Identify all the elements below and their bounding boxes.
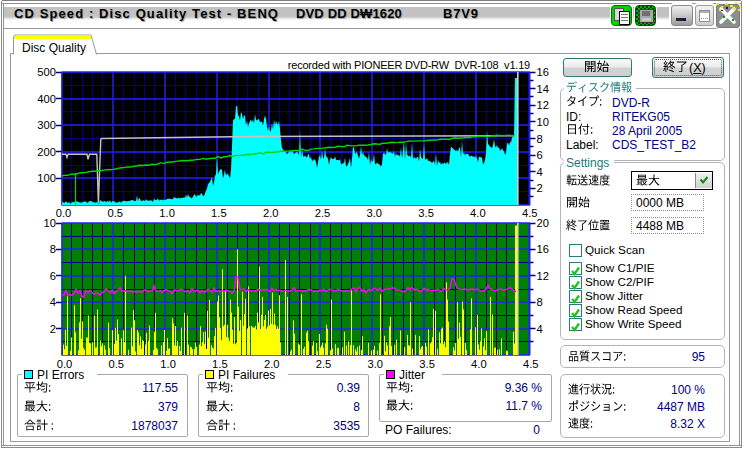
svg-text:4.0: 4.0 bbox=[471, 358, 487, 370]
svg-text:10: 10 bbox=[44, 217, 56, 229]
svg-text:2: 2 bbox=[537, 182, 543, 194]
svg-text:2.0: 2.0 bbox=[263, 207, 279, 219]
svg-text:8: 8 bbox=[537, 133, 543, 145]
svg-text:6: 6 bbox=[50, 270, 56, 282]
svg-text:8: 8 bbox=[537, 296, 543, 308]
svg-text:12: 12 bbox=[537, 99, 549, 111]
svg-text:4.5: 4.5 bbox=[522, 207, 538, 219]
svg-text:20: 20 bbox=[537, 217, 549, 229]
svg-text:4: 4 bbox=[537, 166, 543, 178]
svg-text:6: 6 bbox=[537, 149, 543, 161]
svg-text:2.5: 2.5 bbox=[316, 358, 332, 370]
svg-text:16: 16 bbox=[537, 66, 549, 78]
svg-text:1.0: 1.0 bbox=[160, 358, 176, 370]
svg-text:1.0: 1.0 bbox=[159, 207, 175, 219]
svg-text:3.0: 3.0 bbox=[367, 207, 383, 219]
svg-text:400: 400 bbox=[37, 93, 56, 105]
svg-text:300: 300 bbox=[37, 119, 56, 131]
svg-text:500: 500 bbox=[37, 66, 56, 78]
svg-text:1.5: 1.5 bbox=[211, 207, 227, 219]
svg-text:12: 12 bbox=[537, 270, 549, 282]
svg-text:recorded with PIONEER DVD-RW: recorded with PIONEER DVD-RW DVR-108 v1.… bbox=[288, 59, 530, 71]
svg-text:4: 4 bbox=[50, 296, 56, 308]
svg-text:10: 10 bbox=[537, 116, 549, 128]
svg-text:100: 100 bbox=[37, 172, 56, 184]
svg-text:2: 2 bbox=[50, 323, 56, 335]
svg-text:0.5: 0.5 bbox=[108, 207, 124, 219]
svg-text:8: 8 bbox=[50, 243, 56, 255]
svg-text:16: 16 bbox=[537, 243, 549, 255]
svg-text:4.0: 4.0 bbox=[470, 207, 486, 219]
svg-text:4: 4 bbox=[537, 323, 543, 335]
svg-text:200: 200 bbox=[37, 146, 56, 158]
svg-text:3.0: 3.0 bbox=[368, 358, 384, 370]
svg-text:14: 14 bbox=[537, 83, 549, 95]
svg-text:4.5: 4.5 bbox=[523, 358, 539, 370]
svg-text:0.5: 0.5 bbox=[109, 358, 125, 370]
svg-text:0.0: 0.0 bbox=[56, 207, 72, 219]
svg-text:3.5: 3.5 bbox=[418, 207, 434, 219]
svg-text:2.5: 2.5 bbox=[315, 207, 331, 219]
